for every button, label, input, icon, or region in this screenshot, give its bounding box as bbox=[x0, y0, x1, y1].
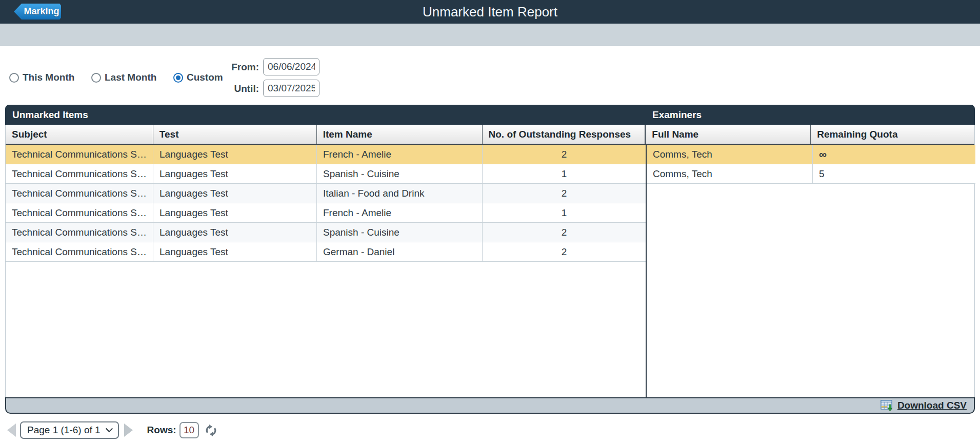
table-row[interactable]: Technical Communications S… Languages Te… bbox=[6, 164, 646, 184]
cell-item-name: French - Amelie bbox=[317, 145, 483, 164]
cell-subject: Technical Communications S… bbox=[6, 203, 153, 222]
cell-remaining-quota: ∞ bbox=[813, 145, 975, 164]
cell-item-name: Italian - Food and Drink bbox=[317, 184, 483, 203]
page-select[interactable]: Page 1 (1-6) of 1 bbox=[20, 421, 119, 439]
table-row[interactable]: Comms, Tech ∞ bbox=[647, 145, 975, 164]
column-header-remaining-quota[interactable]: Remaining Quota bbox=[811, 125, 974, 144]
radio-custom[interactable]: Custom bbox=[173, 72, 223, 83]
table-row[interactable]: Technical Communications S… Languages Te… bbox=[6, 223, 646, 242]
radio-icon bbox=[91, 73, 101, 83]
cell-responses: 1 bbox=[483, 164, 646, 183]
table-row[interactable]: Technical Communications S… Languages Te… bbox=[6, 184, 646, 203]
table-row[interactable]: Comms, Tech 5 bbox=[647, 164, 975, 184]
cell-item-name: Spanish - Cuisine bbox=[317, 164, 483, 183]
cell-subject: Technical Communications S… bbox=[6, 145, 153, 164]
radio-last-month[interactable]: Last Month bbox=[91, 72, 156, 83]
column-header-subject[interactable]: Subject bbox=[6, 125, 153, 144]
cell-subject: Technical Communications S… bbox=[6, 223, 153, 242]
cell-test: Languages Test bbox=[153, 164, 317, 183]
table-row[interactable]: Technical Communications S… Languages Te… bbox=[6, 242, 646, 262]
cell-item-name: German - Daniel bbox=[317, 242, 483, 261]
cell-subject: Technical Communications S… bbox=[6, 242, 153, 261]
cell-responses: 2 bbox=[483, 145, 646, 164]
radio-this-month-label: This Month bbox=[23, 72, 74, 83]
group-examiners-label: Examiners bbox=[652, 105, 702, 125]
radio-selected-icon bbox=[173, 73, 183, 83]
page-title: Unmarked Item Report bbox=[0, 0, 980, 24]
cell-test: Languages Test bbox=[153, 145, 317, 164]
cell-responses: 1 bbox=[483, 203, 646, 222]
cell-test: Languages Test bbox=[153, 242, 317, 261]
grid-body: Technical Communications S… Languages Te… bbox=[6, 145, 974, 397]
cell-responses: 2 bbox=[483, 242, 646, 261]
cell-remaining-quota: 5 bbox=[813, 164, 975, 183]
filter-bar: This Month Last Month Custom From: Until… bbox=[0, 46, 980, 105]
toolbar-band bbox=[0, 24, 980, 46]
cell-test: Languages Test bbox=[153, 223, 317, 242]
refresh-icon[interactable] bbox=[204, 423, 218, 437]
rows-label: Rows: bbox=[147, 425, 176, 436]
radio-custom-label: Custom bbox=[187, 72, 223, 83]
group-divider bbox=[646, 145, 647, 397]
pagination-bar: Page 1 (1-6) of 1 Rows: bbox=[7, 421, 980, 439]
table-row[interactable]: Technical Communications S… Languages Te… bbox=[6, 203, 646, 223]
table-group-header: Unmarked Items Examiners bbox=[5, 105, 975, 125]
group-unmarked-items-label: Unmarked Items bbox=[12, 105, 88, 125]
from-label: From: bbox=[215, 62, 259, 73]
table-footer: Download CSV bbox=[5, 397, 975, 414]
cell-full-name: Comms, Tech bbox=[647, 145, 813, 164]
rows-per-page-input[interactable] bbox=[179, 422, 199, 438]
until-label: Until: bbox=[215, 83, 259, 94]
cell-responses: 2 bbox=[483, 184, 646, 203]
next-page-icon[interactable] bbox=[124, 423, 133, 437]
app-header: Marking Unmarked Item Report bbox=[0, 0, 980, 24]
chevron-down-icon bbox=[106, 425, 113, 432]
cell-subject: Technical Communications S… bbox=[6, 164, 153, 183]
cell-full-name: Comms, Tech bbox=[647, 164, 813, 183]
grid-shell: Subject Test Item Name No. of Outstandin… bbox=[5, 125, 975, 397]
column-header-item-name[interactable]: Item Name bbox=[317, 125, 483, 144]
cell-test: Languages Test bbox=[153, 203, 317, 222]
cell-test: Languages Test bbox=[153, 184, 317, 203]
radio-last-month-label: Last Month bbox=[105, 72, 156, 83]
cell-item-name: French - Amelie bbox=[317, 203, 483, 222]
radio-icon bbox=[9, 73, 19, 83]
examiners-rows: Comms, Tech ∞ Comms, Tech 5 bbox=[647, 145, 975, 184]
unmarked-report-table: Unmarked Items Examiners Subject Test It… bbox=[5, 105, 975, 414]
cell-responses: 2 bbox=[483, 223, 646, 242]
previous-page-icon[interactable] bbox=[7, 423, 16, 437]
table-row[interactable]: Technical Communications S… Languages Te… bbox=[6, 145, 646, 164]
page-select-label: Page 1 (1-6) of 1 bbox=[27, 425, 101, 436]
column-header-test[interactable]: Test bbox=[153, 125, 317, 144]
download-csv-link[interactable]: Download CSV bbox=[897, 400, 967, 411]
radio-this-month[interactable]: This Month bbox=[9, 72, 74, 83]
spreadsheet-download-icon bbox=[881, 399, 894, 412]
column-header-row: Subject Test Item Name No. of Outstandin… bbox=[6, 125, 974, 145]
from-date-input[interactable] bbox=[263, 58, 319, 75]
unmarked-items-rows: Technical Communications S… Languages Te… bbox=[6, 145, 646, 262]
cell-item-name: Spanish - Cuisine bbox=[317, 223, 483, 242]
until-date-input[interactable] bbox=[263, 80, 319, 97]
column-header-responses[interactable]: No. of Outstanding Responses bbox=[483, 125, 646, 144]
column-header-full-name[interactable]: Full Name bbox=[645, 125, 811, 144]
cell-subject: Technical Communications S… bbox=[6, 184, 153, 203]
